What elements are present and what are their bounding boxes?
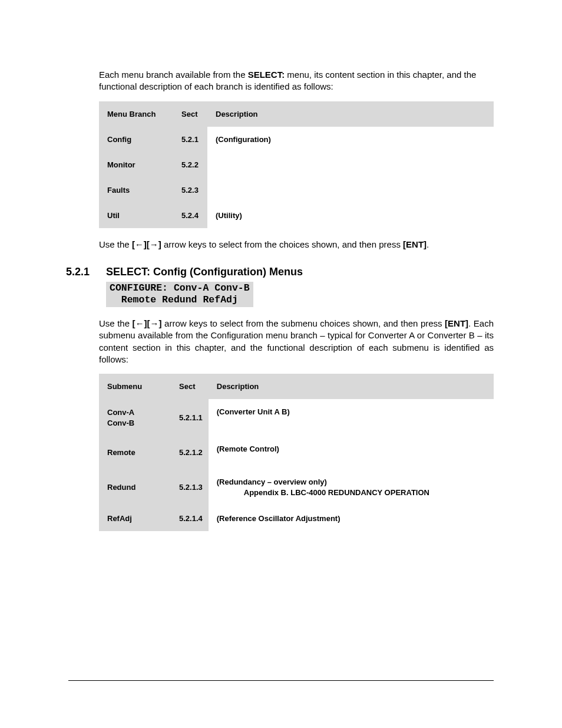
cell-sect: 5.2.4: [173, 203, 207, 228]
text: arrow keys to select from the choices sh…: [161, 239, 403, 249]
page: Each menu branch available from the SELE…: [0, 0, 562, 728]
text: Use the: [99, 318, 133, 328]
cell-desc: (Redundancy – overview only) Appendix B.…: [209, 469, 494, 506]
cell-desc: [207, 152, 494, 203]
cell-branch: Monitor: [99, 152, 173, 177]
table-row: RefAdj 5.2.1.4 (Reference Oscillator Adj…: [99, 506, 494, 531]
arrow-keys: [←][→]: [132, 239, 161, 249]
cell-branch: Config: [99, 127, 173, 152]
section-number: 5.2.1: [66, 266, 106, 278]
ent-key: [ENT]: [445, 318, 468, 328]
table-row: Util 5.2.4 (Utility): [99, 203, 494, 228]
cell-desc: (Utility): [207, 203, 494, 228]
menu-branch-table: Menu Branch Sect Description Config 5.2.…: [99, 101, 494, 228]
hint-paragraph: Use the [←][→] arrow keys to select from…: [99, 239, 494, 251]
cell-sect: 5.2.1.3: [171, 469, 209, 506]
hint-paragraph-2: Use the [←][→] arrow keys to select from…: [99, 318, 494, 365]
cell-sect: 5.2.1: [173, 127, 207, 152]
th-description: Description: [207, 101, 494, 127]
arrow-keys: [←][→]: [133, 318, 162, 328]
cell-desc: (Converter Unit A B): [209, 399, 494, 436]
footer-rule: [68, 680, 494, 681]
cell-desc: (Reference Oscillator Adjustment): [209, 506, 494, 531]
lcd-display-block: CONFIGURE: Conv-A Conv-B Remote Redund R…: [106, 282, 253, 307]
select-bold: SELECT:: [248, 70, 285, 80]
cell-branch: Faults: [99, 177, 173, 203]
table-row: Config 5.2.1 (Configuration): [99, 127, 494, 152]
cell-submenu: Remote: [99, 436, 171, 469]
cell-sect: 5.2.2: [173, 152, 207, 177]
cell-sect: 5.2.1.4: [171, 506, 209, 531]
text: arrow keys to select from the submenu ch…: [162, 318, 445, 328]
desc-line1: (Redundancy – overview only): [217, 477, 327, 486]
cell-submenu: RefAdj: [99, 506, 171, 531]
table-row: Redund 5.2.1.3 (Redundancy – overview on…: [99, 469, 494, 506]
text: .: [427, 239, 429, 249]
th-sect: Sect: [171, 374, 209, 399]
th-description: Description: [209, 374, 494, 399]
table-row: Monitor 5.2.2: [99, 152, 494, 177]
cell-sect: 5.2.1.2: [171, 436, 209, 469]
table-row: Remote 5.2.1.2 (Remote Control): [99, 436, 494, 469]
submenu-table: Submenu Sect Description Conv-A Conv-B 5…: [99, 374, 494, 531]
th-menu-branch: Menu Branch: [99, 101, 173, 127]
section-title: SELECT: Config (Configuration) Menus: [106, 266, 303, 278]
cell-sect: 5.2.1.1: [171, 399, 209, 436]
ent-key: [ENT]: [403, 239, 427, 249]
text: Each menu branch available from the: [99, 70, 248, 80]
desc-line2: Appendix B. LBC-4000 REDUNDANCY OPERATIO…: [217, 487, 488, 498]
text: Use the: [99, 239, 132, 249]
th-sect: Sect: [173, 101, 207, 127]
cell-submenu: Redund: [99, 469, 171, 506]
table-row: Conv-A Conv-B 5.2.1.1 (Converter Unit A …: [99, 399, 494, 436]
section-heading: 5.2.1SELECT: Config (Configuration) Menu…: [66, 266, 494, 278]
th-submenu: Submenu: [99, 374, 171, 399]
intro-paragraph: Each menu branch available from the SELE…: [99, 69, 494, 93]
table-header-row: Menu Branch Sect Description: [99, 101, 494, 127]
cell-desc: (Configuration): [207, 127, 494, 152]
table-header-row: Submenu Sect Description: [99, 374, 494, 399]
cell-desc: (Remote Control): [209, 436, 494, 469]
cell-sect: 5.2.3: [173, 177, 207, 203]
cell-branch: Util: [99, 203, 173, 228]
cell-submenu: Conv-A Conv-B: [99, 399, 171, 436]
